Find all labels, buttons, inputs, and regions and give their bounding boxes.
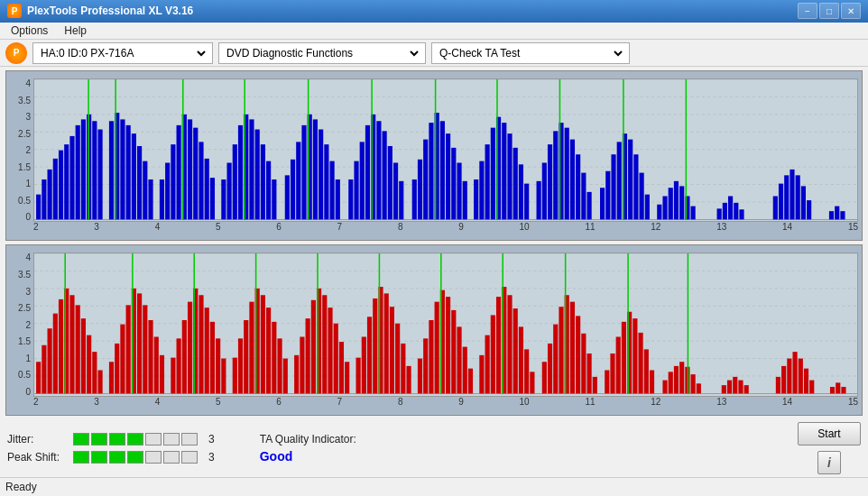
svg-rect-13 <box>59 151 63 220</box>
svg-rect-172 <box>160 355 164 394</box>
svg-rect-33 <box>171 144 175 219</box>
svg-rect-11 <box>48 170 52 219</box>
svg-rect-256 <box>633 319 637 394</box>
svg-rect-207 <box>356 358 361 394</box>
svg-rect-164 <box>115 344 119 393</box>
top-chart-inner <box>33 78 858 222</box>
svg-rect-208 <box>362 337 366 394</box>
svg-rect-223 <box>446 298 450 394</box>
svg-rect-45 <box>238 125 243 220</box>
svg-rect-69 <box>376 121 381 219</box>
svg-rect-277 <box>792 353 797 394</box>
svg-rect-252 <box>610 354 614 393</box>
svg-rect-186 <box>238 339 243 394</box>
svg-rect-124 <box>691 207 696 220</box>
close-button[interactable]: ✕ <box>841 3 861 19</box>
quality-value: Good <box>260 449 293 464</box>
test-select[interactable]: Q-Check TA Test <box>436 46 625 60</box>
main-content: 4 3.5 3 2.5 2 1.5 1 0.5 0 <box>0 67 868 418</box>
svg-rect-102 <box>565 128 569 220</box>
svg-rect-246 <box>576 317 580 394</box>
svg-rect-275 <box>781 366 786 394</box>
app-icon: P <box>7 4 22 18</box>
svg-rect-126 <box>717 209 722 220</box>
svg-rect-266 <box>691 375 696 394</box>
drive-select[interactable]: HA:0 ID:0 PX-716A <box>37 46 208 60</box>
svg-rect-187 <box>244 320 248 393</box>
info-button[interactable]: i <box>817 451 841 474</box>
svg-rect-180 <box>205 308 209 394</box>
maximize-button[interactable]: □ <box>819 3 839 19</box>
jitter-seg-2 <box>91 433 107 445</box>
svg-rect-157 <box>76 306 80 394</box>
bottom-chart-x-axis: 2 3 4 5 6 7 8 9 10 11 12 13 14 15 <box>33 397 858 413</box>
top-chart-svg <box>34 79 857 221</box>
function-select[interactable]: DVD Diagnostic Functions <box>223 46 421 60</box>
svg-rect-133 <box>784 176 789 220</box>
svg-rect-14 <box>64 144 69 219</box>
svg-rect-76 <box>418 160 422 220</box>
svg-rect-203 <box>334 324 338 394</box>
window: P PlexTools Professional XL V3.16 − □ ✕ … <box>0 0 868 496</box>
svg-rect-242 <box>553 325 558 394</box>
svg-rect-150 <box>36 363 41 394</box>
svg-rect-202 <box>328 308 332 394</box>
svg-rect-134 <box>790 170 794 219</box>
svg-rect-241 <box>548 344 552 393</box>
svg-rect-128 <box>728 197 733 220</box>
menu-options[interactable]: Options <box>4 23 55 39</box>
peak-shift-bar <box>73 451 198 464</box>
svg-rect-127 <box>723 203 727 219</box>
svg-rect-219 <box>423 339 428 394</box>
svg-rect-273 <box>744 386 749 394</box>
svg-rect-32 <box>165 163 170 220</box>
menu-bar: Options Help <box>0 23 868 41</box>
jitter-seg-6 <box>163 433 180 445</box>
jitter-seg-3 <box>109 433 125 445</box>
svg-rect-165 <box>120 325 125 394</box>
quality-section: TA Quality Indicator: Good <box>260 433 356 464</box>
function-select-wrapper[interactable]: DVD Diagnostic Functions <box>218 42 426 64</box>
svg-rect-99 <box>548 144 552 219</box>
svg-rect-70 <box>383 132 387 220</box>
svg-rect-227 <box>468 369 473 394</box>
svg-rect-272 <box>738 381 743 394</box>
svg-rect-177 <box>188 302 192 394</box>
svg-rect-53 <box>285 176 290 220</box>
svg-rect-220 <box>429 320 433 393</box>
svg-rect-175 <box>177 339 181 394</box>
svg-rect-190 <box>261 296 265 394</box>
test-select-wrapper[interactable]: Q-Check TA Test <box>431 42 630 64</box>
svg-rect-270 <box>727 381 732 394</box>
peak-seg-6 <box>163 451 180 464</box>
drive-select-wrapper[interactable]: HA:0 ID:0 PX-716A <box>32 42 213 64</box>
svg-rect-93 <box>513 148 518 220</box>
svg-rect-72 <box>393 163 398 220</box>
jitter-seg-7 <box>181 433 198 445</box>
svg-rect-94 <box>519 165 523 220</box>
svg-rect-81 <box>446 133 450 219</box>
svg-rect-40 <box>210 178 215 219</box>
svg-rect-274 <box>776 377 780 393</box>
svg-rect-12 <box>53 159 58 220</box>
svg-rect-39 <box>205 159 209 220</box>
menu-help[interactable]: Help <box>57 23 94 39</box>
peak-shift-label: Peak Shift: <box>7 451 66 464</box>
svg-rect-24 <box>120 120 125 220</box>
svg-rect-212 <box>384 294 389 394</box>
svg-rect-259 <box>650 371 654 394</box>
svg-rect-152 <box>48 329 52 394</box>
svg-rect-163 <box>109 363 114 394</box>
minimize-button[interactable]: − <box>798 3 817 19</box>
svg-rect-181 <box>210 322 215 394</box>
svg-rect-66 <box>360 142 365 220</box>
status-bar: Ready <box>0 477 868 496</box>
start-button[interactable]: Start <box>798 422 861 445</box>
svg-rect-135 <box>796 176 800 220</box>
svg-rect-156 <box>69 296 74 394</box>
peak-seg-7 <box>181 451 198 464</box>
svg-rect-179 <box>199 296 203 394</box>
svg-rect-264 <box>679 363 684 394</box>
bottom-chart: 4 3.5 3 2.5 2 1.5 1 0.5 0 <box>5 244 863 415</box>
svg-rect-235 <box>513 309 518 394</box>
